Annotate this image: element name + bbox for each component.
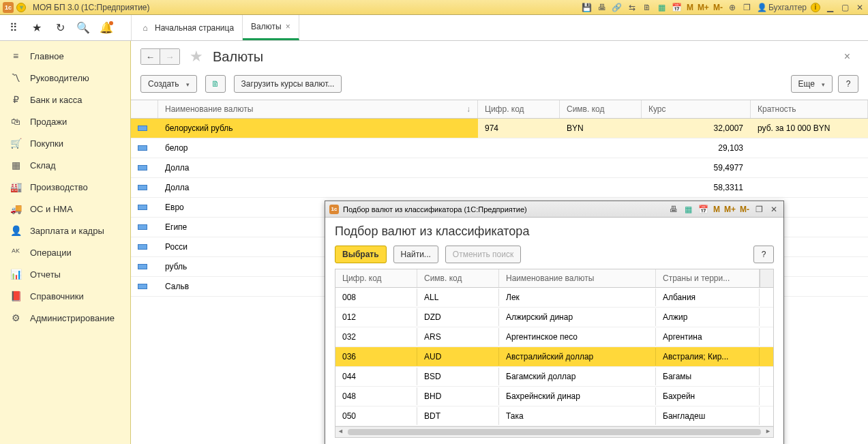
table-row[interactable]: Долла58,3311 [131, 178, 868, 198]
find-button[interactable]: Найти... [393, 246, 438, 263]
create-button[interactable]: Создать [140, 75, 197, 93]
sidebar-item-8[interactable]: 👤Зарплата и кадры [0, 220, 130, 241]
modal-print-icon[interactable]: 🖶 [668, 204, 679, 215]
mcol-name[interactable]: Наименование валюты [499, 269, 656, 287]
tab-home[interactable]: ⌂ Начальная страница [131, 15, 243, 40]
select-button[interactable]: Выбрать [335, 246, 387, 263]
mcell-code: 048 [335, 387, 417, 405]
sidebar-item-label: ОС и НМА [30, 204, 73, 214]
refresh-button[interactable]: 🗎 [205, 75, 226, 93]
cell-rate: 32,0007 [642, 119, 751, 138]
zoom-in-icon[interactable]: ⊕ [727, 2, 738, 13]
classifier-row[interactable]: 048BHDБахрейнский динарБахрейн [335, 387, 773, 406]
row-icon [138, 205, 147, 210]
apps-icon[interactable]: ⠿ [8, 23, 19, 33]
classifier-row[interactable]: 012DZDАлжирский динарАлжир [335, 308, 773, 327]
table-row[interactable]: белор29,103 [131, 138, 868, 158]
modal-titlebar-text: Подбор валют из классификатора (1С:Предп… [343, 205, 527, 213]
history-icon[interactable]: ↻ [55, 23, 65, 33]
tab-home-label: Начальная страница [155, 23, 234, 33]
sidebar-item-4[interactable]: 🛒Покупки [0, 132, 130, 154]
sidebar-item-12[interactable]: ⚙Администрирование [0, 307, 130, 329]
col-rate[interactable]: Курс [642, 100, 751, 118]
mcell-name: Алжирский динар [499, 308, 656, 326]
table-row[interactable]: белоруский рубль974BYN32,0007руб. за 10 … [131, 119, 868, 138]
tab-close-icon[interactable]: × [286, 22, 290, 31]
col-mult[interactable]: Кратность [751, 100, 868, 118]
modal-restore-icon[interactable]: ❐ [753, 204, 764, 215]
sidebar-item-label: Администрирование [30, 313, 115, 323]
link-icon[interactable]: 🔗 [612, 2, 623, 13]
mgrid-vscroll[interactable] [760, 269, 773, 287]
tab-currencies[interactable]: Валюты × [243, 15, 299, 40]
dropdown-icon[interactable]: ▾ [16, 3, 26, 12]
compare-icon[interactable]: ⇆ [627, 2, 638, 13]
cell-sym [560, 138, 642, 158]
sidebar-item-3[interactable]: 🛍Продажи [0, 110, 130, 132]
info-icon[interactable]: i [811, 3, 820, 12]
window-title: МОЯ БП 3.0 (1С:Предприятие) [33, 3, 150, 12]
bell-icon[interactable]: 🔔 [101, 23, 112, 33]
nav-back-button[interactable]: ← [141, 49, 160, 64]
col-icon[interactable] [131, 100, 158, 118]
col-sym[interactable]: Симв. код [560, 100, 642, 118]
print-icon[interactable]: 🖶 [597, 2, 608, 13]
classifier-row[interactable]: 050BDTТакаБангладеш [335, 406, 773, 426]
help-button[interactable]: ? [838, 75, 858, 93]
modal-grid-icon[interactable]: ▦ [683, 204, 694, 215]
sidebar-item-10[interactable]: 📊Отчеты [0, 263, 130, 285]
star-icon[interactable]: ★ [31, 23, 42, 33]
row-icon [138, 125, 147, 131]
grid-icon[interactable]: ▦ [657, 2, 668, 13]
search-icon[interactable]: 🔍 [78, 23, 89, 33]
modal-calendar-icon[interactable]: 📅 [698, 204, 709, 215]
sidebar-item-11[interactable]: 📕Справочники [0, 285, 130, 307]
close-icon[interactable]: ✕ [854, 2, 865, 13]
tab-currencies-label: Валюты [251, 22, 282, 31]
modal-mplus-button[interactable]: M+ [724, 205, 736, 214]
mcol-country[interactable]: Страны и терри... [656, 269, 760, 287]
favorite-star-icon[interactable]: ★ [190, 48, 203, 65]
maximize-icon[interactable]: ▢ [839, 2, 850, 13]
more-button[interactable]: Еще [791, 75, 833, 93]
col-code[interactable]: Цифр. код [478, 100, 560, 118]
windows-icon[interactable]: ❐ [742, 2, 753, 13]
minimize-icon[interactable]: ▁ [824, 2, 835, 13]
sidebar-item-label: Главное [30, 51, 64, 61]
mcol-sym[interactable]: Симв. код [417, 269, 499, 287]
user-indicator[interactable]: 👤 Бухгалтер [757, 3, 807, 12]
calendar-icon[interactable]: 📅 [672, 2, 683, 13]
mcell-code: 036 [335, 348, 417, 366]
classifier-row[interactable]: 036AUDАвстралийский долларАвстралия; Кир… [335, 347, 773, 367]
modal-m-button[interactable]: M [713, 205, 720, 214]
modal-help-button[interactable]: ? [753, 246, 774, 263]
col-name[interactable]: Наименование валюты↓ [158, 100, 478, 118]
page-title: Валюты [213, 49, 263, 65]
memory-mplus-button[interactable]: M+ [698, 3, 709, 12]
app-titlebar: 1c ▾ МОЯ БП 3.0 (1С:Предприятие) 💾 🖶 🔗 ⇆… [0, 0, 868, 15]
sidebar-item-7[interactable]: 🚚ОС и НМА [0, 198, 130, 220]
calc-icon[interactable]: 🗎 [642, 2, 653, 13]
table-row[interactable]: Долла59,4977 [131, 158, 868, 178]
memory-m-button[interactable]: M [687, 3, 693, 12]
cell-rate: 58,3311 [642, 178, 751, 197]
modal-close-icon[interactable]: ✕ [768, 204, 779, 215]
cell-code [478, 158, 560, 177]
page-close-icon[interactable]: × [844, 50, 858, 63]
modal-mminus-button[interactable]: M- [740, 205, 749, 214]
sidebar-item-6[interactable]: 🏭Производство [0, 176, 130, 198]
classifier-row[interactable]: 008ALLЛекАлбания [335, 288, 773, 308]
load-rates-button[interactable]: Загрузить курсы валют... [234, 75, 342, 93]
mcol-code[interactable]: Цифр. код [335, 269, 417, 287]
sidebar-item-5[interactable]: ▦Склад [0, 154, 130, 176]
save-icon[interactable]: 💾 [582, 2, 593, 13]
sidebar-item-1[interactable]: 〽Руководителю [0, 67, 130, 89]
mgrid-hscroll[interactable] [335, 426, 773, 437]
sidebar-item-2[interactable]: ₽Банк и касса [0, 89, 130, 110]
memory-mminus-button[interactable]: M- [713, 3, 723, 12]
classifier-row[interactable]: 044BSDБагамский долларБагамы [335, 367, 773, 387]
nav-forward-button[interactable]: → [160, 49, 179, 64]
classifier-row[interactable]: 032ARSАргентинское песоАргентина [335, 327, 773, 347]
sidebar-item-9[interactable]: ᴬᴷОперации [0, 241, 130, 263]
sidebar-item-0[interactable]: ≡Главное [0, 45, 130, 67]
